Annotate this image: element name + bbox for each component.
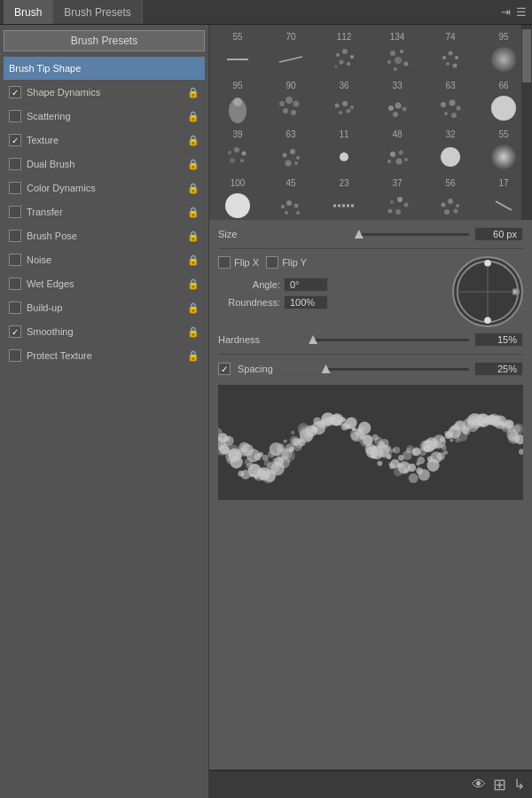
svg-point-53	[390, 152, 395, 157]
brush-cell[interactable]: 37	[371, 175, 424, 220]
angle-value[interactable]: 0°	[284, 278, 328, 292]
svg-point-51	[294, 161, 298, 165]
brush-cell[interactable]: 63	[424, 77, 477, 126]
angle-roundness: Angle: 0° Roundness: 100%	[218, 278, 447, 309]
flip-checkboxes: Flip X Flip Y	[218, 256, 447, 269]
brush-cell[interactable]: 95	[211, 77, 264, 126]
checkbox-smoothing[interactable]: ✓	[9, 325, 21, 338]
svg-point-60	[225, 193, 250, 218]
tab-brush[interactable]: Brush	[4, 0, 53, 24]
flip-x-checkbox[interactable]	[218, 256, 231, 269]
svg-point-7	[335, 66, 338, 68]
svg-point-47	[283, 153, 287, 158]
sidebar-item-texture[interactable]: ✓ Texture 🔒	[4, 129, 205, 152]
svg-point-58	[441, 147, 460, 167]
spacing-slider[interactable]	[278, 362, 469, 376]
panel-icon[interactable]: ↳	[513, 776, 525, 793]
sidebar-item-color-dynamics[interactable]: Color Dynamics 🔒	[4, 176, 205, 200]
sidebar-item-dual-brush[interactable]: Dual Brush 🔒	[4, 153, 205, 176]
expand-icon[interactable]: ⇥	[501, 5, 511, 19]
checkbox-noise[interactable]	[9, 254, 21, 266]
svg-point-9	[400, 50, 403, 53]
svg-point-38	[457, 106, 461, 111]
sidebar-item-protect-texture[interactable]: Protect Texture 🔒	[4, 344, 205, 367]
brush-cell[interactable]: 48	[371, 126, 424, 175]
checkbox-shape-dynamics[interactable]: ✓	[9, 86, 21, 98]
svg-point-48	[290, 149, 295, 154]
brush-cell[interactable]: 63	[264, 126, 317, 175]
right-panel: 55 70 112	[209, 25, 532, 798]
brush-cell[interactable]: 36	[317, 77, 371, 126]
brush-cell[interactable]: 56	[424, 175, 477, 220]
brush-cell[interactable]: 100	[211, 175, 264, 220]
sidebar-item-transfer[interactable]: Transfer 🔒	[4, 200, 205, 223]
brush-cell[interactable]: 32	[424, 126, 477, 175]
flip-y-checkbox[interactable]	[266, 256, 278, 269]
checkbox-texture[interactable]: ✓	[9, 134, 21, 146]
brush-cell[interactable]: 74	[424, 28, 477, 77]
sidebar-item-build-up[interactable]: Build-up 🔒	[4, 296, 205, 319]
brush-scrollbar[interactable]	[521, 25, 532, 220]
brush-cell[interactable]: 70	[264, 28, 317, 77]
brush-scrollbar-thumb	[522, 29, 531, 82]
sidebar-item-wet-edges[interactable]: Wet Edges 🔒	[4, 272, 205, 295]
svg-point-6	[347, 62, 350, 66]
menu-icon[interactable]: ☰	[516, 5, 527, 19]
sidebar-item-noise[interactable]: Noise 🔒	[4, 248, 205, 271]
eye-icon[interactable]: 👁	[472, 777, 486, 793]
svg-point-15	[449, 51, 453, 56]
svg-point-19	[491, 47, 516, 72]
brush-cell[interactable]: 90	[264, 77, 317, 126]
brush-cell[interactable]: 23	[317, 175, 371, 220]
flip-y-item[interactable]: Flip Y	[266, 256, 307, 269]
svg-point-5	[340, 60, 344, 65]
spacing-row: ✓ Spacing 25%	[218, 362, 523, 376]
sidebar-item-shape-dynamics[interactable]: ✓ Shape Dynamics 🔒	[4, 81, 205, 104]
svg-point-45	[230, 158, 235, 163]
checkbox-transfer[interactable]	[9, 206, 21, 218]
hardness-value[interactable]: 15%	[474, 332, 523, 347]
checkbox-protect-texture[interactable]	[9, 349, 21, 362]
tab-brush-presets[interactable]: Brush Presets	[53, 0, 142, 24]
checkbox-color-dynamics[interactable]	[9, 182, 21, 194]
checkbox-dual-brush[interactable]	[9, 158, 21, 170]
size-value[interactable]: 60 px	[474, 227, 523, 241]
sidebar-item-scattering[interactable]: Scattering 🔒	[4, 105, 205, 128]
flip-x-item[interactable]: Flip X	[218, 256, 259, 269]
svg-point-68	[397, 197, 403, 202]
svg-point-17	[446, 62, 450, 66]
roundness-value[interactable]: 100%	[284, 295, 328, 309]
svg-point-33	[395, 103, 402, 109]
svg-point-40	[451, 113, 457, 118]
svg-point-8	[390, 51, 395, 56]
lock-build-up: 🔒	[187, 302, 200, 314]
checkbox-wet-edges[interactable]	[9, 278, 21, 290]
checkbox-brush-pose[interactable]	[9, 230, 21, 242]
spacing-checkbox[interactable]: ✓	[218, 363, 231, 375]
brush-cell[interactable]: 45	[264, 175, 317, 220]
brush-cell[interactable]: 39	[211, 126, 264, 175]
grid-icon[interactable]: ⊞	[493, 775, 506, 794]
brush-presets-button[interactable]: Brush Presets	[4, 30, 205, 51]
checkbox-build-up[interactable]	[9, 301, 21, 314]
brush-cell[interactable]: 33	[371, 77, 424, 126]
preview-area	[218, 385, 523, 500]
hardness-slider[interactable]	[286, 332, 469, 347]
checkbox-scattering[interactable]	[9, 110, 21, 122]
brush-cell[interactable]: 134	[371, 28, 424, 77]
size-slider[interactable]	[286, 227, 469, 241]
brush-cell[interactable]: 55	[211, 28, 264, 77]
svg-point-23	[286, 97, 293, 104]
sidebar-item-brush-tip-shape[interactable]: Brush Tip Shape	[4, 57, 205, 80]
svg-point-59	[491, 145, 516, 169]
svg-point-74	[456, 204, 459, 207]
lock-wet-edges: 🔒	[187, 278, 200, 290]
brush-cell[interactable]: 112	[317, 28, 371, 77]
spacing-value[interactable]: 25%	[474, 362, 523, 376]
angle-circle[interactable]	[452, 256, 523, 327]
svg-point-13	[394, 67, 397, 71]
svg-point-25	[283, 108, 288, 113]
brush-cell[interactable]: 11	[317, 126, 371, 175]
sidebar-item-brush-pose[interactable]: Brush Pose 🔒	[4, 224, 205, 247]
sidebar-item-smoothing[interactable]: ✓ Smoothing 🔒	[4, 320, 205, 343]
